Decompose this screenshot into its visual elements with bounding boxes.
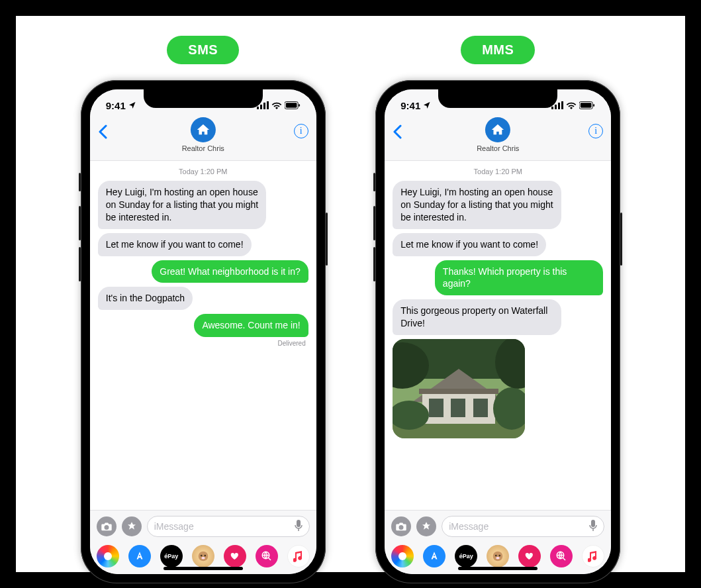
incoming-bubble[interactable]: Let me know if you want to come! [393,233,546,256]
power-button[interactable] [620,213,622,266]
message-input[interactable]: iMessage [147,516,310,537]
digitaltouch-app-icon[interactable] [518,545,541,567]
appstore-a-icon [134,550,146,562]
camera-button[interactable] [391,516,411,536]
house-photo-icon [393,339,525,438]
power-button[interactable] [326,213,328,266]
sms-phone: 9:41 [81,80,326,583]
input-bar: iMessage [90,510,316,541]
svg-rect-0 [257,107,259,109]
volume-up-button[interactable] [79,206,81,240]
thread-timestamp: Today 1:20 PM [393,168,603,175]
music-app-icon[interactable] [287,545,310,567]
volume-down-button[interactable] [79,247,81,281]
mute-switch[interactable] [79,173,81,191]
thread-timestamp: Today 1:20 PM [98,168,308,175]
outgoing-bubble[interactable]: Awesome. Count me in! [194,314,308,337]
message-thread[interactable]: Today 1:20 PM Hey Luigi, I'm hosting an … [90,161,316,510]
incoming-bubble[interactable]: Let me know if you want to come! [98,233,252,256]
notch [144,89,263,108]
svg-rect-19 [593,104,594,107]
house-icon [196,122,210,137]
mute-switch[interactable] [373,173,375,191]
animoji-app-icon[interactable] [192,545,214,567]
photos-app-icon[interactable] [97,545,119,567]
wifi-icon [566,101,577,109]
svg-rect-28 [419,389,498,394]
svg-point-37 [496,557,500,560]
svg-point-36 [499,555,501,557]
appstore-small-icon [126,521,137,532]
svg-rect-26 [451,399,465,417]
svg-point-9 [201,555,203,557]
svg-rect-6 [299,104,300,107]
home-indicator[interactable] [164,567,243,570]
svg-point-8 [198,552,208,562]
info-button[interactable]: i [294,124,308,138]
location-icon [128,101,136,109]
mic-button[interactable] [295,520,303,534]
photos-app-icon[interactable] [391,545,414,567]
comparison-frame: SMS 9:41 [0,0,701,588]
back-button[interactable] [98,122,118,144]
notch [438,89,557,108]
mms-phone: 9:41 [375,80,620,583]
images-app-icon[interactable] [256,545,278,567]
incoming-bubble[interactable]: This gorgeous property on Waterfall Driv… [393,299,561,335]
input-bar: iMessage [385,510,611,541]
mic-icon [295,520,303,532]
outgoing-bubble[interactable]: Thanks! Which property is this again? [435,260,603,296]
appstore-app-icon[interactable] [128,545,151,567]
mic-icon [589,520,597,532]
appstore-drawer-button[interactable] [122,516,142,536]
svg-rect-33 [591,520,595,527]
back-button[interactable] [393,122,412,144]
music-app-icon[interactable] [582,545,604,567]
svg-rect-18 [581,103,592,107]
message-thread[interactable]: Today 1:20 PM Hey Luigi, I'm hosting an … [385,161,611,510]
contact-name: Realtor Chris [182,144,224,152]
applepay-app-icon[interactable]: éPay [455,545,477,567]
status-time: 9:41 [106,100,126,111]
mic-button[interactable] [589,520,597,534]
camera-button[interactable] [97,516,117,536]
volume-up-button[interactable] [373,206,375,240]
svg-point-35 [495,555,497,557]
incoming-bubble[interactable]: Hey Luigi, I'm hosting an open house on … [393,181,561,229]
globe-search-icon [555,550,567,562]
music-note-icon [588,550,598,562]
sms-column: SMS 9:41 [71,36,336,583]
home-indicator[interactable] [458,567,537,570]
svg-rect-5 [286,103,297,107]
svg-rect-13 [551,107,553,109]
message-input-placeholder: iMessage [154,521,194,532]
volume-down-button[interactable] [373,247,375,281]
image-attachment[interactable] [393,339,525,438]
svg-point-10 [204,555,206,557]
svg-rect-1 [260,105,262,109]
contact-avatar[interactable] [191,117,216,142]
appstore-small-icon [421,521,432,532]
images-app-icon[interactable] [550,545,573,567]
svg-point-11 [201,557,205,560]
digitaltouch-app-icon[interactable] [224,545,246,567]
incoming-bubble[interactable]: Hey Luigi, I'm hosting an open house on … [98,181,266,229]
info-icon: i [594,126,597,136]
message-input[interactable]: iMessage [442,516,604,537]
outgoing-bubble[interactable]: Great! What neighborhood is it in? [152,260,308,283]
appstore-drawer-button[interactable] [416,516,436,536]
incoming-bubble[interactable]: It's in the Dogpatch [98,287,193,310]
info-button[interactable]: i [588,124,603,138]
mms-screen: 9:41 [385,89,611,574]
svg-rect-2 [263,103,265,109]
hearts-icon [229,552,241,561]
hearts-icon [524,552,536,561]
status-time: 9:41 [400,100,420,111]
camera-icon [395,522,407,531]
animoji-app-icon[interactable] [487,545,509,567]
svg-rect-25 [429,399,444,417]
applepay-app-icon[interactable]: éPay [160,545,183,567]
contact-avatar[interactable] [485,117,510,142]
appstore-app-icon[interactable] [423,545,445,567]
svg-point-34 [493,552,503,562]
